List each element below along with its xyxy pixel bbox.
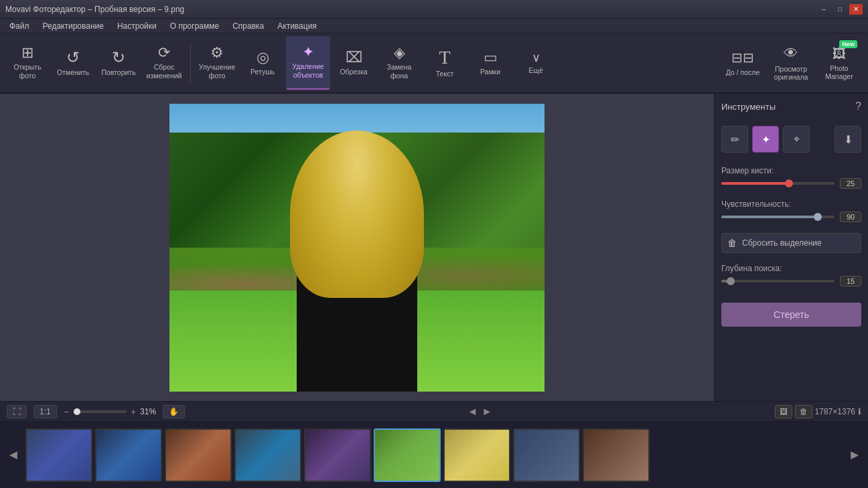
- tool-more[interactable]: ∨ Ещё: [514, 36, 558, 90]
- image-info: 🖼 🗑 1787×1376 ℹ: [775, 405, 861, 418]
- menu-settings[interactable]: Настройки: [111, 20, 163, 32]
- fit-view-button[interactable]: ⛶: [7, 405, 27, 418]
- stamp-icon: ⬇: [844, 133, 853, 146]
- titlebar: Movavi Фоторедактор – Пробная версия – 9…: [0, 0, 868, 19]
- retouch-icon: ◎: [257, 50, 269, 65]
- menu-help[interactable]: Справка: [226, 20, 271, 32]
- filmstrip-thumb-3[interactable]: [165, 428, 232, 482]
- reset-selection-label: Сбросить выделение: [742, 238, 822, 248]
- menu-activation[interactable]: Активация: [271, 20, 323, 32]
- remove-objects-label: Удалениеобъектов: [292, 62, 323, 79]
- filmstrip-prev-button[interactable]: ◄: [4, 444, 23, 465]
- sensitivity-track[interactable]: [721, 216, 835, 218]
- lasso-tool-btn[interactable]: ⌖: [783, 126, 810, 153]
- thumb-4-image: [236, 430, 300, 481]
- filmstrip-thumb-9[interactable]: [583, 428, 650, 482]
- main-area: Инструменты ? ✏ ✦ ⌖ ⬇ Размер кисти:: [0, 94, 868, 401]
- prev-image-button[interactable]: ◄: [467, 406, 478, 418]
- hand-tool-button[interactable]: ✋: [163, 405, 185, 418]
- zoom-thumb[interactable]: [74, 408, 80, 415]
- zoom-out-icon[interactable]: −: [64, 406, 69, 417]
- magic-wand-tool-btn[interactable]: ✦: [752, 126, 779, 153]
- tool-before-after[interactable]: ⊟⊟ До / после: [719, 36, 766, 90]
- close-button[interactable]: ✕: [849, 4, 863, 15]
- toolbar: ⊞ Открытьфото ↺ Отменить ↻ Повторить ⟳ С…: [0, 33, 868, 94]
- brush-tool-btn[interactable]: ✏: [721, 126, 748, 153]
- sensitivity-control[interactable]: 90: [721, 212, 861, 222]
- erase-button[interactable]: Стереть: [721, 303, 861, 327]
- panel-header: Инструменты ?: [721, 100, 861, 112]
- panel-title: Инструменты: [721, 102, 776, 112]
- depth-label: Глубина поиска:: [721, 264, 861, 273]
- next-image-button[interactable]: ►: [482, 406, 492, 418]
- thumb-1-image: [27, 430, 91, 481]
- thumb-6-image: [375, 430, 439, 481]
- redo-icon: ↻: [112, 50, 125, 66]
- filmstrip-thumb-6-active[interactable]: [374, 428, 441, 482]
- sensitivity-row: Чувствительность: 90: [721, 199, 861, 222]
- nav-arrows: ◄ ►: [467, 406, 493, 418]
- canvas-area[interactable]: [0, 94, 714, 401]
- more-icon: ∨: [532, 52, 540, 64]
- tool-replace-bg[interactable]: ◈ Заменафона: [377, 36, 421, 90]
- menu-file[interactable]: Файл: [3, 20, 36, 32]
- filmstrip-thumb-7[interactable]: [443, 428, 510, 482]
- photo-canvas: [169, 104, 545, 392]
- thumb-8-image: [514, 430, 579, 481]
- sensitivity-thumb[interactable]: [814, 213, 822, 221]
- frames-label: Рамки: [480, 68, 500, 76]
- tool-text[interactable]: T Текст: [423, 36, 467, 90]
- menu-about[interactable]: О программе: [163, 20, 226, 32]
- info-icon[interactable]: ℹ: [858, 407, 861, 416]
- zoom-percent: 31%: [140, 407, 156, 416]
- crop-icon: ⌧: [346, 50, 362, 65]
- ratio-button[interactable]: 1:1: [33, 405, 57, 418]
- replace-bg-label: Заменафона: [387, 63, 412, 80]
- filmstrip-thumb-1[interactable]: [25, 428, 92, 482]
- sensitivity-fill: [721, 216, 818, 218]
- statusbar: ⛶ 1:1 − + 31% ✋ ◄ ► 🖼 🗑 1787×1376 ℹ: [0, 401, 868, 421]
- minimize-button[interactable]: –: [817, 4, 830, 15]
- new-badge: New: [839, 40, 857, 48]
- photo-manager-label: PhotoManager: [825, 64, 853, 80]
- tool-enhance[interactable]: ⚙ Улучшениефото: [195, 36, 239, 90]
- zoom-in-icon[interactable]: +: [131, 406, 136, 417]
- tool-undo[interactable]: ↺ Отменить: [51, 36, 95, 90]
- maximize-button[interactable]: □: [833, 4, 847, 15]
- help-button[interactable]: ?: [855, 100, 861, 112]
- menu-edit[interactable]: Редактирование: [36, 20, 111, 32]
- depth-track[interactable]: [721, 280, 835, 282]
- brush-size-thumb[interactable]: [785, 179, 793, 187]
- tool-open-photo[interactable]: ⊞ Открытьфото: [5, 36, 50, 90]
- filmstrip: ◄ ►: [0, 421, 868, 488]
- filmstrip-thumb-8[interactable]: [513, 428, 580, 482]
- brush-size-value: 25: [840, 178, 861, 189]
- thumb-3-image: [166, 430, 230, 481]
- brush-size-control[interactable]: 25: [721, 178, 861, 189]
- filmstrip-thumb-4[interactable]: [234, 428, 301, 482]
- reset-icon: ⟳: [158, 46, 170, 60]
- depth-thumb[interactable]: [727, 277, 735, 285]
- filmstrip-thumb-5[interactable]: [304, 428, 371, 482]
- reset-selection-button[interactable]: 🗑 Сбросить выделение: [721, 233, 861, 253]
- zoom-slider[interactable]: [73, 410, 127, 413]
- stamp-tool-btn[interactable]: ⬇: [835, 126, 861, 153]
- tool-photo-manager[interactable]: New 🖼 PhotoManager: [816, 36, 863, 90]
- tool-crop[interactable]: ⌧ Обрезка: [332, 36, 376, 90]
- image-dimensions: 1787×1376: [815, 407, 855, 416]
- tool-retouch[interactable]: ◎ Ретушь: [240, 36, 285, 90]
- depth-control[interactable]: 15: [721, 276, 861, 287]
- tool-remove-objects[interactable]: ✦ Удалениеобъектов: [286, 36, 330, 90]
- tool-icons-row: ✏ ✦ ⌖ ⬇: [721, 126, 861, 153]
- filmstrip-thumb-2[interactable]: [95, 428, 162, 482]
- tool-redo[interactable]: ↻ Повторить: [96, 36, 141, 90]
- filmstrip-next-button[interactable]: ►: [845, 444, 864, 465]
- gallery-view-button[interactable]: 🖼: [775, 405, 792, 418]
- fit-view-icon: ⛶: [13, 407, 21, 416]
- depth-row: Глубина поиска: 15: [721, 264, 861, 287]
- brush-size-track[interactable]: [721, 182, 835, 185]
- delete-image-button[interactable]: 🗑: [795, 405, 812, 418]
- tool-view-original[interactable]: 👁 Просмотроригинала: [768, 36, 814, 90]
- tool-frames[interactable]: ▭ Рамки: [468, 36, 512, 90]
- tool-reset[interactable]: ⟳ Сбросизменений: [142, 36, 186, 90]
